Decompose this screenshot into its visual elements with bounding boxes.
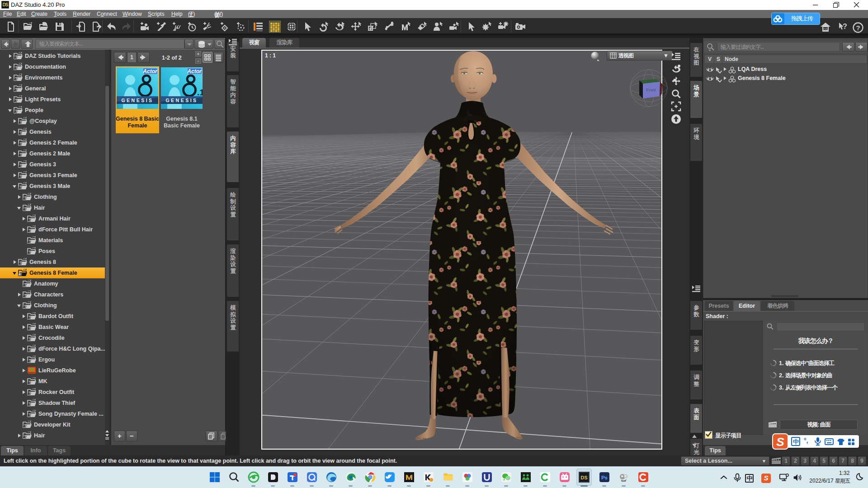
svg-text:DS: DS xyxy=(580,475,587,480)
svg-text:?: ? xyxy=(856,24,860,32)
svg-text:Ps: Ps xyxy=(601,475,608,480)
svg-text:?: ? xyxy=(843,23,847,30)
svg-text:GENESIS: GENESIS xyxy=(165,98,198,103)
svg-text:Actor: Actor xyxy=(187,68,202,75)
svg-text:DS: DS xyxy=(823,28,828,31)
svg-text:Actor: Actor xyxy=(142,68,158,75)
svg-text:Front: Front xyxy=(646,88,656,92)
svg-text:GENESIS: GENESIS xyxy=(121,98,153,103)
svg-text:.1: .1 xyxy=(197,88,203,97)
